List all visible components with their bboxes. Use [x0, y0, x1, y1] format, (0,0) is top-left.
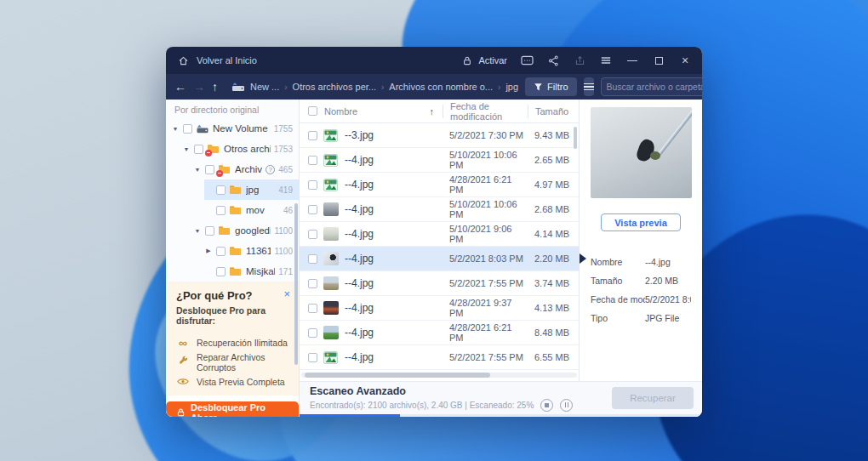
tree-checkbox[interactable]: [216, 206, 226, 215]
file-row[interactable]: --4.jpg5/2/2021 7:55 PM6.55 MB: [300, 345, 579, 370]
export-icon[interactable]: [573, 54, 586, 67]
file-row[interactable]: --4.jpg5/2/2021 7:55 PM3.74 MB: [300, 271, 579, 296]
tree-checkbox[interactable]: [205, 165, 214, 174]
tree-checkbox[interactable]: [216, 247, 226, 256]
recover-button[interactable]: Recuperar: [612, 387, 694, 409]
tree-item-otrosarchivosper[interactable]: ▼Otros archivos per...1753: [166, 139, 299, 159]
caret-right-icon[interactable]: ▶: [204, 248, 213, 254]
feedback-icon[interactable]: [520, 54, 534, 67]
maximize-button[interactable]: [652, 54, 665, 67]
row-checkbox[interactable]: [308, 131, 317, 140]
tree-checkbox[interactable]: [216, 185, 226, 195]
tree-item-archivosconn[interactable]: ▼Archivos con n...?465: [166, 159, 299, 179]
forward-arrow-button[interactable]: →: [193, 80, 205, 94]
tree-item-mov[interactable]: mov46: [166, 200, 299, 220]
view-mode-button[interactable]: [584, 77, 594, 96]
file-row[interactable]: --4.jpg5/10/2021 10:06 PM2.68 MB: [300, 197, 579, 222]
file-row[interactable]: --4.jpg4/28/2021 6:21 PM8.48 MB: [300, 321, 579, 345]
tree-checkbox[interactable]: [194, 145, 203, 154]
horizontal-scrollbar[interactable]: [301, 373, 577, 378]
horizontal-scrollbar-thumb[interactable]: [305, 373, 490, 378]
caret-down-icon[interactable]: ▼: [182, 146, 191, 152]
row-checkbox[interactable]: [308, 279, 317, 288]
app-window: Volver al Inicio Activar: [166, 47, 702, 417]
help-icon[interactable]: ?: [266, 165, 275, 174]
activate-button[interactable]: Activar: [460, 54, 507, 67]
file-row[interactable]: --3.jpg5/2/2021 7:30 PM9.43 MB: [300, 123, 579, 148]
unlock-pro-button[interactable]: Desbloquear Pro Ahora: [166, 401, 299, 417]
file-name-cell: --4.jpg: [300, 326, 443, 339]
row-checkbox[interactable]: [308, 180, 317, 190]
file-date: 4/28/2021 6:21 PM: [443, 174, 528, 195]
back-arrow-button[interactable]: ←: [174, 80, 186, 94]
file-name-cell: --4.jpg: [300, 179, 443, 191]
row-checkbox[interactable]: [308, 328, 317, 338]
pause-icon: [565, 402, 569, 407]
minimize-button[interactable]: [625, 54, 639, 67]
tree-checkbox[interactable]: [183, 124, 192, 134]
folder-icon: [229, 246, 243, 257]
breadcrumb-item[interactable]: New ...: [250, 82, 279, 92]
column-header-size[interactable]: Tamaño: [528, 105, 579, 118]
file-row[interactable]: --4.jpg4/28/2021 9:37 PM4.13 MB: [300, 296, 579, 321]
tree-item-newvolumeg[interactable]: ▼New Volume (G:)1755: [166, 118, 299, 139]
folder-icon: [229, 205, 243, 216]
tree-checkbox[interactable]: [216, 267, 226, 276]
row-checkbox[interactable]: [308, 230, 317, 239]
row-checkbox[interactable]: [308, 254, 317, 264]
row-checkbox[interactable]: [308, 156, 317, 165]
caret-down-icon[interactable]: ▼: [193, 167, 202, 173]
vertical-scrollbar[interactable]: [574, 127, 577, 149]
preview-button[interactable]: Vista previa: [601, 213, 681, 231]
funnel-icon: [534, 83, 543, 92]
stop-scan-button[interactable]: [540, 399, 553, 412]
file-detail-row: Fecha de modi..5/2/2021 8:03 ...: [591, 290, 691, 309]
caret-down-icon[interactable]: ▼: [171, 126, 180, 132]
tree-checkbox[interactable]: [205, 226, 214, 236]
breadcrumb-item[interactable]: jpg: [505, 82, 518, 92]
tree-item-1136154134406[interactable]: ▶1136154134406...1100: [166, 241, 299, 261]
breadcrumb-item[interactable]: Otros archivos per...: [293, 82, 376, 92]
tree-item-googledirve[interactable]: ▼googledirve1100: [166, 220, 299, 241]
breadcrumb-item[interactable]: Archivos con nombre o...: [389, 82, 493, 92]
file-details: Nombre--4.jpgTamaño2.20 MBFecha de modi.…: [591, 253, 691, 327]
folder-icon: [218, 164, 231, 175]
close-button[interactable]: ×: [678, 54, 692, 67]
tree-item-label: Misjkakend: [246, 266, 275, 276]
caret-down-icon[interactable]: ▼: [193, 228, 202, 234]
promo-close-icon[interactable]: ×: [283, 288, 290, 299]
file-name: --4.jpg: [345, 228, 374, 240]
column-header-date[interactable]: Fecha de modificación: [443, 105, 528, 118]
tree-item-label: Otros archivos per...: [224, 144, 271, 154]
file-row[interactable]: --4.jpg5/10/2021 10:06 PM2.65 MB: [300, 148, 579, 173]
row-checkbox[interactable]: [308, 205, 317, 214]
file-thumbnail: [323, 227, 339, 241]
tree-item-count: 419: [278, 185, 293, 195]
file-date: 5/10/2021 10:06 PM: [443, 199, 528, 219]
file-size: 6.55 MB: [528, 352, 579, 362]
tree-item-jpg[interactable]: jpg419: [166, 179, 299, 200]
pause-scan-button[interactable]: [560, 399, 573, 412]
back-to-home-button[interactable]: Volver al Inicio: [176, 54, 257, 67]
file-row[interactable]: --4.jpg4/28/2021 6:21 PM4.97 MB: [300, 173, 579, 197]
sidebar-scrollbar[interactable]: [294, 203, 298, 365]
row-checkbox[interactable]: [308, 353, 317, 362]
menu-icon[interactable]: [599, 54, 613, 67]
up-arrow-button[interactable]: ↑: [212, 80, 218, 94]
filter-button[interactable]: Filtro: [525, 77, 576, 96]
tree-item-count: 171: [278, 267, 293, 276]
title-bar: Volver al Inicio Activar: [166, 47, 702, 74]
row-checkbox[interactable]: [308, 304, 317, 313]
file-thumbnail: [323, 301, 339, 315]
tree-item-misjkakend[interactable]: Misjkakend171: [166, 261, 299, 282]
search-box: [601, 77, 702, 96]
file-date: 4/28/2021 9:37 PM: [443, 298, 528, 318]
column-header-name[interactable]: Nombre ↑: [300, 105, 443, 118]
search-input[interactable]: [607, 82, 702, 92]
file-row[interactable]: --4.jpg5/10/2021 9:06 PM4.14 MB: [300, 222, 579, 247]
select-all-checkbox[interactable]: [308, 106, 317, 116]
file-row[interactable]: --4.jpg5/2/2021 8:03 PM2.20 MB: [300, 247, 579, 271]
file-size: 2.65 MB: [528, 155, 579, 165]
share-icon[interactable]: [546, 54, 560, 67]
file-date: 4/28/2021 6:21 PM: [443, 322, 528, 343]
